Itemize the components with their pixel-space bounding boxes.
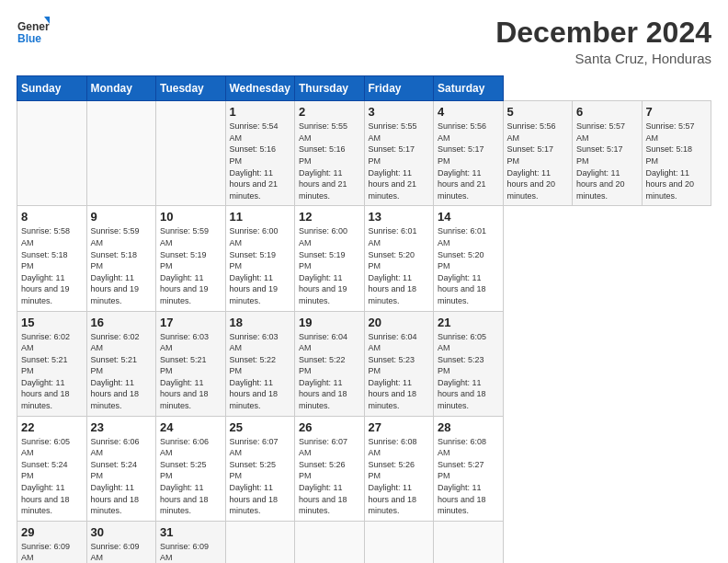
header-friday: Friday xyxy=(364,76,434,101)
day-info: Sunrise: 6:04 AMSunset: 5:23 PMDaylight:… xyxy=(369,332,417,411)
day-number: 13 xyxy=(369,210,430,224)
day-info: Sunrise: 6:07 AMSunset: 5:26 PMDaylight:… xyxy=(299,437,347,516)
page: General Blue December 2024 Santa Cruz, H… xyxy=(0,0,728,563)
day-number: 6 xyxy=(576,105,638,119)
day-number: 25 xyxy=(230,420,291,434)
calendar-cell: 30 Sunrise: 6:09 AMSunset: 5:28 PMDaylig… xyxy=(86,521,156,563)
calendar-cell: 19 Sunrise: 6:04 AMSunset: 5:22 PMDaylig… xyxy=(295,311,365,416)
month-title: December 2024 xyxy=(495,17,711,49)
logo-graphic: General Blue xyxy=(17,17,50,50)
calendar-cell: 20 Sunrise: 6:04 AMSunset: 5:23 PMDaylig… xyxy=(364,311,434,416)
day-info: Sunrise: 6:05 AMSunset: 5:24 PMDaylight:… xyxy=(21,437,70,516)
day-info: Sunrise: 6:08 AMSunset: 5:27 PMDaylight:… xyxy=(438,437,486,516)
calendar-cell: 28 Sunrise: 6:08 AMSunset: 5:27 PMDaylig… xyxy=(434,416,504,521)
calendar-cell: 3 Sunrise: 5:55 AMSunset: 5:17 PMDayligh… xyxy=(364,101,434,206)
calendar-cell: 7 Sunrise: 5:57 AMSunset: 5:18 PMDayligh… xyxy=(642,101,711,206)
calendar-cell: 4 Sunrise: 5:56 AMSunset: 5:17 PMDayligh… xyxy=(434,101,504,206)
day-number: 22 xyxy=(21,420,83,434)
day-number: 20 xyxy=(369,316,430,329)
calendar-cell xyxy=(434,521,504,563)
header-monday: Monday xyxy=(86,76,156,101)
day-info: Sunrise: 5:56 AMSunset: 5:17 PMDaylight:… xyxy=(507,121,556,201)
day-info: Sunrise: 6:00 AMSunset: 5:19 PMDaylight:… xyxy=(230,226,279,305)
day-number: 28 xyxy=(438,420,499,434)
calendar-cell: 27 Sunrise: 6:08 AMSunset: 5:26 PMDaylig… xyxy=(364,416,434,521)
svg-text:Blue: Blue xyxy=(17,32,41,45)
day-info: Sunrise: 6:03 AMSunset: 5:22 PMDaylight:… xyxy=(230,332,279,411)
calendar-cell: 2 Sunrise: 5:55 AMSunset: 5:16 PMDayligh… xyxy=(295,101,365,206)
calendar-cell: 22 Sunrise: 6:05 AMSunset: 5:24 PMDaylig… xyxy=(17,416,87,521)
day-number: 8 xyxy=(21,210,83,224)
day-info: Sunrise: 6:04 AMSunset: 5:22 PMDaylight:… xyxy=(299,332,347,411)
calendar-cell: 24 Sunrise: 6:06 AMSunset: 5:25 PMDaylig… xyxy=(156,416,226,521)
day-info: Sunrise: 5:55 AMSunset: 5:17 PMDaylight:… xyxy=(369,121,417,201)
calendar-cell xyxy=(86,101,156,206)
calendar-cell: 14 Sunrise: 6:01 AMSunset: 5:20 PMDaylig… xyxy=(434,206,504,311)
day-info: Sunrise: 6:09 AMSunset: 5:27 PMDaylight:… xyxy=(21,542,70,563)
calendar-week-1: 1 Sunrise: 5:54 AMSunset: 5:16 PMDayligh… xyxy=(17,101,711,206)
calendar-cell: 6 Sunrise: 5:57 AMSunset: 5:17 PMDayligh… xyxy=(573,101,643,206)
calendar-cell: 16 Sunrise: 6:02 AMSunset: 5:21 PMDaylig… xyxy=(86,311,156,416)
calendar-cell: 29 Sunrise: 6:09 AMSunset: 5:27 PMDaylig… xyxy=(17,521,87,563)
day-info: Sunrise: 5:59 AMSunset: 5:18 PMDaylight:… xyxy=(91,226,140,305)
day-number: 16 xyxy=(91,316,153,329)
day-info: Sunrise: 6:08 AMSunset: 5:26 PMDaylight:… xyxy=(369,437,417,516)
day-info: Sunrise: 5:59 AMSunset: 5:19 PMDaylight:… xyxy=(160,226,209,305)
day-number: 21 xyxy=(438,316,499,329)
day-info: Sunrise: 6:03 AMSunset: 5:21 PMDaylight:… xyxy=(160,332,209,411)
calendar-week-4: 22 Sunrise: 6:05 AMSunset: 5:24 PMDaylig… xyxy=(17,416,711,521)
day-info: Sunrise: 6:02 AMSunset: 5:21 PMDaylight:… xyxy=(91,332,140,411)
calendar-cell: 12 Sunrise: 6:00 AMSunset: 5:19 PMDaylig… xyxy=(295,206,365,311)
calendar-cell: 26 Sunrise: 6:07 AMSunset: 5:26 PMDaylig… xyxy=(295,416,365,521)
calendar-cell xyxy=(17,101,87,206)
day-info: Sunrise: 6:09 AMSunset: 5:28 PMDaylight:… xyxy=(91,542,140,563)
logo: General Blue xyxy=(17,17,50,50)
day-number: 11 xyxy=(230,210,291,224)
calendar-week-2: 8 Sunrise: 5:58 AMSunset: 5:18 PMDayligh… xyxy=(17,206,711,311)
calendar-cell xyxy=(225,521,295,563)
calendar-cell: 13 Sunrise: 6:01 AMSunset: 5:20 PMDaylig… xyxy=(364,206,434,311)
day-info: Sunrise: 6:01 AMSunset: 5:20 PMDaylight:… xyxy=(369,226,417,305)
calendar-week-5: 29 Sunrise: 6:09 AMSunset: 5:27 PMDaylig… xyxy=(17,521,711,563)
header-saturday: Saturday xyxy=(434,76,504,101)
day-number: 7 xyxy=(646,105,708,119)
day-info: Sunrise: 5:55 AMSunset: 5:16 PMDaylight:… xyxy=(299,121,347,201)
day-info: Sunrise: 6:05 AMSunset: 5:23 PMDaylight:… xyxy=(438,332,486,411)
header: General Blue December 2024 Santa Cruz, H… xyxy=(17,17,711,66)
calendar-cell: 8 Sunrise: 5:58 AMSunset: 5:18 PMDayligh… xyxy=(17,206,87,311)
day-number: 26 xyxy=(299,420,360,434)
calendar-cell: 9 Sunrise: 5:59 AMSunset: 5:18 PMDayligh… xyxy=(86,206,156,311)
calendar-cell xyxy=(364,521,434,563)
day-info: Sunrise: 6:00 AMSunset: 5:19 PMDaylight:… xyxy=(299,226,347,305)
day-info: Sunrise: 6:06 AMSunset: 5:25 PMDaylight:… xyxy=(160,437,209,516)
header-row: Sunday Monday Tuesday Wednesday Thursday… xyxy=(17,76,711,101)
day-number: 12 xyxy=(299,210,360,224)
day-number: 3 xyxy=(369,105,430,119)
calendar-cell: 18 Sunrise: 6:03 AMSunset: 5:22 PMDaylig… xyxy=(225,311,295,416)
day-info: Sunrise: 6:06 AMSunset: 5:24 PMDaylight:… xyxy=(91,437,140,516)
calendar-cell: 5 Sunrise: 5:56 AMSunset: 5:17 PMDayligh… xyxy=(503,101,573,206)
day-number: 27 xyxy=(369,420,430,434)
title-block: December 2024 Santa Cruz, Honduras xyxy=(495,17,711,66)
day-number: 31 xyxy=(160,525,222,539)
calendar-cell xyxy=(156,101,226,206)
calendar-cell: 1 Sunrise: 5:54 AMSunset: 5:16 PMDayligh… xyxy=(225,101,295,206)
day-number: 17 xyxy=(160,316,222,329)
day-number: 4 xyxy=(438,105,499,119)
calendar-cell: 11 Sunrise: 6:00 AMSunset: 5:19 PMDaylig… xyxy=(225,206,295,311)
calendar-cell: 15 Sunrise: 6:02 AMSunset: 5:21 PMDaylig… xyxy=(17,311,87,416)
day-number: 30 xyxy=(91,525,153,539)
day-number: 10 xyxy=(160,210,222,224)
calendar-cell: 25 Sunrise: 6:07 AMSunset: 5:25 PMDaylig… xyxy=(225,416,295,521)
day-number: 5 xyxy=(507,105,569,119)
day-number: 24 xyxy=(160,420,222,434)
calendar-cell: 21 Sunrise: 6:05 AMSunset: 5:23 PMDaylig… xyxy=(434,311,504,416)
calendar-cell: 31 Sunrise: 6:09 AMSunset: 5:29 PMDaylig… xyxy=(156,521,226,563)
day-info: Sunrise: 6:01 AMSunset: 5:20 PMDaylight:… xyxy=(438,226,486,305)
calendar-table: Sunday Monday Tuesday Wednesday Thursday… xyxy=(17,75,711,563)
header-thursday: Thursday xyxy=(295,76,365,101)
day-info: Sunrise: 6:07 AMSunset: 5:25 PMDaylight:… xyxy=(230,437,279,516)
day-info: Sunrise: 6:02 AMSunset: 5:21 PMDaylight:… xyxy=(21,332,70,411)
day-number: 19 xyxy=(299,316,360,329)
day-number: 23 xyxy=(91,420,153,434)
